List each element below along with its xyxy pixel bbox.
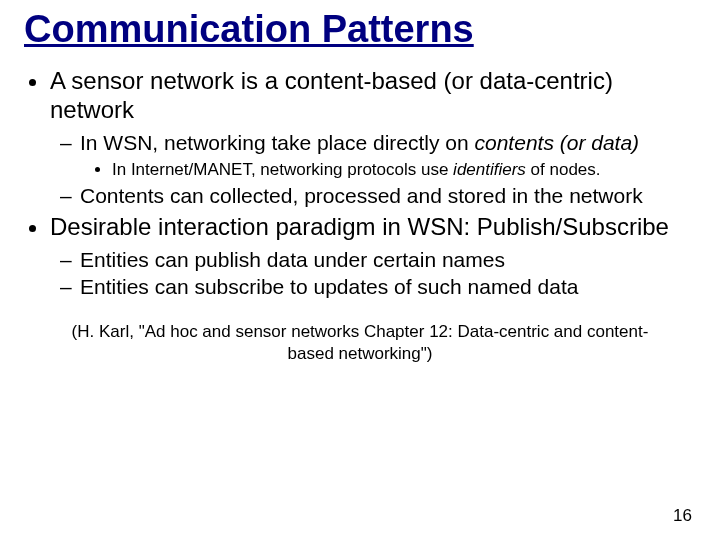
bullet-1a-i-pre: In Internet/MANET, networking protocols … — [112, 160, 453, 179]
bullet-1a-pre: In WSN, networking take place directly o… — [80, 131, 475, 154]
bullet-1a-i-post: of nodes. — [526, 160, 601, 179]
page-number: 16 — [673, 506, 692, 526]
bullet-2a: Entities can publish data under certain … — [80, 247, 696, 272]
bullet-1a-sublist: In Internet/MANET, networking protocols … — [80, 159, 696, 180]
bullet-1a-em: contents (or data) — [475, 131, 640, 154]
bullet-2-sublist: Entities can publish data under certain … — [50, 247, 696, 299]
bullet-2a-text: Entities can publish data under certain … — [80, 248, 505, 271]
slide-title: Communication Patterns — [24, 8, 696, 52]
bullet-2-text: Desirable interaction paradigm in WSN: P… — [50, 213, 669, 240]
bullet-1a-i-em: identifiers — [453, 160, 526, 179]
bullet-1-sublist: In WSN, networking take place directly o… — [50, 130, 696, 208]
bullet-list: A sensor network is a content-based (or … — [24, 66, 696, 300]
bullet-1b: Contents can collected, processed and st… — [80, 183, 696, 208]
bullet-1-text: A sensor network is a content-based (or … — [50, 67, 613, 123]
bullet-1b-text: Contents can collected, processed and st… — [80, 184, 643, 207]
bullet-2b-text: Entities can subscribe to updates of suc… — [80, 275, 578, 298]
bullet-1a: In WSN, networking take place directly o… — [80, 130, 696, 180]
slide: Communication Patterns A sensor network … — [0, 0, 720, 540]
bullet-1a-i: In Internet/MANET, networking protocols … — [112, 159, 696, 180]
citation: (H. Karl, "Ad hoc and sensor networks Ch… — [64, 321, 656, 364]
bullet-2: Desirable interaction paradigm in WSN: P… — [50, 212, 696, 300]
bullet-2b: Entities can subscribe to updates of suc… — [80, 274, 696, 299]
bullet-1: A sensor network is a content-based (or … — [50, 66, 696, 208]
